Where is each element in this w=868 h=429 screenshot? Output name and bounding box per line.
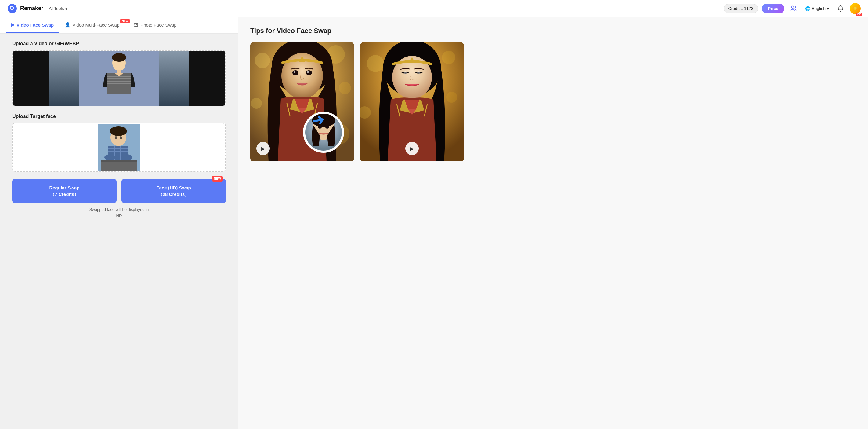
- tab-video-face-swap-label: Video Face Swap: [17, 22, 54, 28]
- photo-icon: 🖼: [134, 22, 138, 28]
- tip-image-left[interactable]: ➜ ▶: [250, 42, 354, 161]
- header: Remaker AI Tools ▾ Credits: 1173 Price 🌐…: [0, 0, 868, 17]
- svg-rect-12: [107, 83, 131, 84]
- hd-new-badge: NEW: [212, 176, 223, 181]
- tips-title: Tips for Video Face Swap: [250, 27, 856, 35]
- new-badge: NEW: [120, 19, 130, 23]
- hd-swap-credits: （28 Credits）: [128, 191, 220, 197]
- svg-point-6: [112, 53, 126, 62]
- hd-swap-button[interactable]: NEW Face (HD) Swap （28 Credits）: [121, 179, 226, 203]
- chevron-down-icon: ▾: [65, 6, 67, 11]
- user-avatar[interactable]: 😊 VIP: [850, 3, 861, 14]
- language-label: English: [811, 6, 826, 11]
- swap-note: Swapped face will be displayed in HD: [12, 206, 226, 219]
- svg-point-15: [110, 126, 127, 136]
- hd-swap-label: Face (HD) Swap: [128, 184, 220, 191]
- notifications-button[interactable]: [835, 3, 846, 14]
- left-panel: ▶ Video Face Swap 👤 Video Multi-Face Swa…: [0, 17, 238, 429]
- svg-point-2: [792, 6, 794, 8]
- language-button[interactable]: 🌐 English ▾: [803, 5, 831, 12]
- svg-point-37: [293, 71, 296, 73]
- svg-point-30: [339, 82, 351, 94]
- tip-image-right[interactable]: ▶: [360, 42, 464, 161]
- arrow-icon: ➜: [310, 111, 326, 129]
- users-icon-button[interactable]: [788, 3, 799, 14]
- price-button[interactable]: Price: [762, 4, 784, 13]
- video-preview-content: [13, 51, 225, 106]
- svg-point-17: [120, 136, 122, 139]
- svg-point-38: [307, 71, 309, 73]
- svg-point-35: [292, 70, 299, 75]
- ai-tools-button[interactable]: AI Tools ▾: [46, 5, 70, 12]
- chevron-down-icon: ▾: [827, 6, 829, 11]
- content-area: Upload a Video or GIF/WEBP: [0, 34, 238, 226]
- video-icon: ▶: [11, 22, 14, 28]
- brand-name: Remaker: [20, 5, 43, 11]
- tab-video-multi-face-label: Video Multi-Face Swap: [72, 22, 119, 28]
- ai-tools-label: AI Tools: [49, 6, 64, 11]
- svg-point-54: [417, 72, 420, 74]
- svg-point-24: [121, 154, 132, 161]
- tab-video-face-swap[interactable]: ▶ Video Face Swap: [6, 17, 59, 33]
- regular-swap-label: Regular Swap: [18, 184, 111, 191]
- regular-swap-button[interactable]: Regular Swap （7 Credits）: [12, 179, 117, 203]
- svg-point-48: [442, 51, 455, 64]
- svg-point-1: [11, 7, 13, 9]
- upload-face-label: Upload Target face: [12, 114, 226, 119]
- vip-label: VIP: [856, 12, 862, 16]
- main-container: ▶ Video Face Swap 👤 Video Multi-Face Swa…: [0, 17, 868, 429]
- svg-point-31: [251, 98, 262, 109]
- remaker-logo-icon: [7, 4, 17, 13]
- video-main-frame: [50, 51, 189, 106]
- credits-badge: Credits: 1173: [724, 4, 758, 13]
- svg-point-47: [367, 55, 384, 72]
- play-button-left[interactable]: ▶: [256, 142, 270, 155]
- svg-rect-26: [101, 162, 137, 171]
- globe-icon: 🌐: [805, 6, 810, 11]
- multi-face-icon: 👤: [65, 22, 70, 28]
- swap-buttons-row: Regular Swap （7 Credits） NEW Face (HD) S…: [12, 179, 226, 203]
- tab-photo-face-swap[interactable]: 🖼 Photo Face Swap: [129, 18, 181, 33]
- upload-face-area[interactable]: [12, 123, 226, 172]
- upload-video-area[interactable]: [12, 50, 226, 106]
- right-panel: Tips for Video Face Swap: [238, 17, 868, 429]
- tab-video-multi-face[interactable]: 👤 Video Multi-Face Swap NEW: [60, 17, 128, 33]
- avatar-icon: 😊: [853, 6, 857, 10]
- svg-rect-11: [107, 81, 131, 82]
- svg-point-23: [104, 154, 115, 161]
- header-left: Remaker AI Tools ▾: [7, 4, 70, 13]
- header-right: Credits: 1173 Price 🌐 English ▾ 😊 VIP: [724, 3, 861, 14]
- regular-swap-credits: （7 Credits）: [18, 191, 111, 197]
- svg-rect-25: [101, 160, 137, 162]
- svg-point-49: [446, 92, 457, 103]
- svg-point-36: [306, 70, 312, 75]
- svg-point-28: [255, 53, 270, 68]
- tabs-nav: ▶ Video Face Swap 👤 Video Multi-Face Swa…: [0, 17, 238, 34]
- svg-point-16: [115, 136, 117, 139]
- svg-point-53: [404, 72, 407, 74]
- tab-photo-face-swap-label: Photo Face Swap: [141, 22, 177, 28]
- svg-rect-10: [107, 78, 131, 80]
- play-button-right[interactable]: ▶: [405, 142, 419, 155]
- upload-video-label: Upload a Video or GIF/WEBP: [12, 41, 226, 47]
- tips-images: ➜ ▶: [250, 42, 856, 161]
